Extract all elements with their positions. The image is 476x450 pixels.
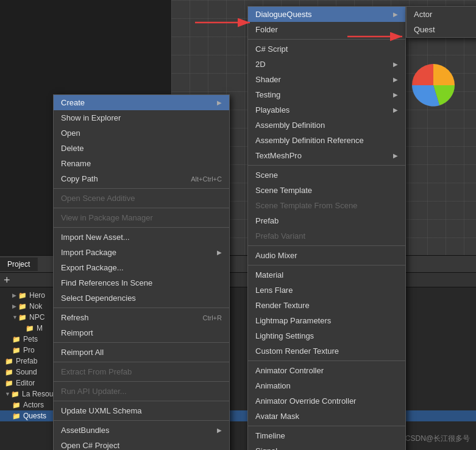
arrow-indicator-1: [195, 13, 256, 33]
arrow-icon: ▶: [393, 152, 398, 159]
menu-item-assembly-definition[interactable]: Assembly Definition: [248, 118, 405, 133]
menu-item-scene-template[interactable]: Scene Template: [248, 183, 405, 198]
menu-item-2d[interactable]: 2D ▶: [248, 57, 405, 72]
menu-item-animator-controller[interactable]: Animator Controller: [248, 363, 405, 378]
menu-item-lightmap-parameters[interactable]: Lightmap Parameters: [248, 313, 405, 328]
pie-chart: [409, 61, 458, 110]
separator: [54, 342, 229, 343]
menu-item-scene[interactable]: Scene: [248, 167, 405, 183]
arrow-icon: ▶: [393, 61, 398, 68]
separator: [54, 401, 229, 401]
menu-item-extract-from-prefab: Extract From Prefab: [54, 364, 229, 379]
menu-item-assembly-definition-ref[interactable]: Assembly Definition Reference: [248, 133, 405, 148]
menu-item-reimport[interactable]: Reimport: [54, 325, 229, 340]
watermark: CSDN@长江很多号: [405, 434, 470, 444]
arrow-icon: ▶: [217, 249, 222, 256]
menu-item-import-package[interactable]: Import Package ▶: [54, 245, 229, 260]
menu-item-show-in-explorer[interactable]: Show in Explorer: [54, 110, 229, 125]
arrow-icon: ▶: [217, 99, 222, 106]
menu-item-prefab-variant: Prefab Variant: [248, 228, 405, 244]
menu-item-scene-template-from-scene: Scene Template From Scene: [248, 198, 405, 213]
menu-item-lens-flare[interactable]: Lens Flare: [248, 283, 405, 298]
arrow-icon: ▶: [393, 76, 398, 83]
menu-item-find-references[interactable]: Find References In Scene: [54, 275, 229, 290]
arrow-icon: ▶: [393, 11, 398, 18]
menu-item-reimport-all[interactable]: Reimport All: [54, 345, 229, 360]
menu-item-view-in-package-manager: View in Package Manager: [54, 210, 229, 225]
separator: [54, 188, 229, 189]
arrow-icon: ▶: [217, 427, 222, 434]
right-context-menu: DialogueQuests ▶ Folder C# Script 2D ▶ S…: [247, 6, 406, 450]
menu-item-copy-path[interactable]: Copy Path Alt+Ctrl+C: [54, 171, 229, 186]
menu-item-open[interactable]: Open: [54, 125, 229, 141]
arrow-icon: ▶: [393, 91, 398, 98]
add-button[interactable]: +: [4, 275, 10, 286]
separator: [54, 420, 229, 421]
menu-item-asset-bundles[interactable]: AssetBundles ▶: [54, 423, 229, 438]
menu-item-run-api-updater: Run API Updater...: [54, 384, 229, 399]
menu-item-open-csharp[interactable]: Open C# Project: [54, 438, 229, 450]
separator: [248, 265, 405, 265]
menu-item-export-package[interactable]: Export Package...: [54, 260, 229, 275]
arrow-icon: ▶: [393, 107, 398, 113]
menu-item-open-scene-additive: Open Scene Additive: [54, 191, 229, 206]
separator: [54, 208, 229, 208]
menu-item-avatar-mask[interactable]: Avatar Mask: [248, 409, 405, 424]
menu-item-playables[interactable]: Playables ▶: [248, 102, 405, 118]
menu-item-lighting-settings[interactable]: Lighting Settings: [248, 328, 405, 343]
menu-item-import-new-asset[interactable]: Import New Asset...: [54, 230, 229, 245]
separator: [54, 362, 229, 362]
tab-project[interactable]: Project: [0, 258, 38, 271]
menu-item-create[interactable]: Create ▶: [54, 95, 229, 110]
menu-item-animator-override[interactable]: Animator Override Controller: [248, 393, 405, 409]
separator: [248, 165, 405, 166]
menu-item-signal[interactable]: Signal: [248, 443, 405, 450]
separator: [54, 381, 229, 382]
menu-item-shader[interactable]: Shader ▶: [248, 72, 405, 87]
menu-item-select-dependencies[interactable]: Select Dependencies: [54, 290, 229, 306]
menu-item-rename[interactable]: Rename: [54, 156, 229, 171]
menu-item-update-uxml[interactable]: Update UXML Schema: [54, 403, 229, 418]
separator: [248, 426, 405, 426]
separator: [248, 360, 405, 361]
separator: [54, 308, 229, 308]
menu-item-animation[interactable]: Animation: [248, 378, 405, 393]
arrow-indicator-2: [347, 29, 408, 46]
submenu-dialogue-quests: Actor Quest: [406, 6, 476, 38]
menu-item-render-texture[interactable]: Render Texture: [248, 298, 405, 313]
left-context-menu: Create ▶ Show in Explorer Open Delete Re…: [53, 94, 230, 450]
menu-item-audio-mixer[interactable]: Audio Mixer: [248, 248, 405, 263]
menu-item-custom-render-texture[interactable]: Custom Render Texture: [248, 343, 405, 359]
menu-item-material[interactable]: Material: [248, 267, 405, 283]
separator: [54, 227, 229, 228]
menu-item-quest[interactable]: Quest: [407, 22, 476, 37]
menu-item-testing[interactable]: Testing ▶: [248, 87, 405, 102]
menu-item-refresh[interactable]: Refresh Ctrl+R: [54, 310, 229, 325]
menu-item-textmeshpro[interactable]: TextMeshPro ▶: [248, 148, 405, 163]
menu-item-timeline[interactable]: Timeline: [248, 428, 405, 443]
menu-item-dialogue-quests[interactable]: DialogueQuests ▶: [248, 7, 405, 22]
separator: [248, 245, 405, 246]
menu-item-delete[interactable]: Delete: [54, 141, 229, 156]
menu-item-prefab[interactable]: Prefab: [248, 213, 405, 228]
menu-item-actor[interactable]: Actor: [407, 7, 476, 22]
